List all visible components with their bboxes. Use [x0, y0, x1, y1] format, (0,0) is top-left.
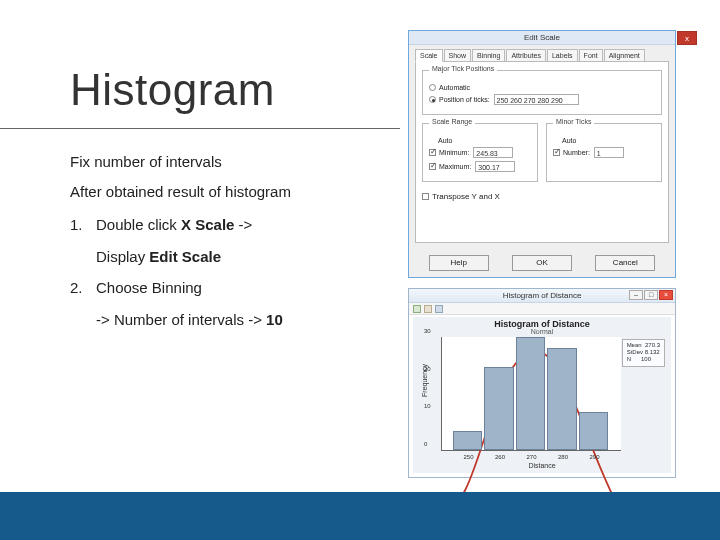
close-button[interactable]: ×	[659, 290, 673, 300]
range-auto-label-row: Auto	[429, 137, 531, 144]
histogram-bar	[516, 337, 546, 450]
histogram-bar	[579, 412, 609, 450]
minor-ticks-fieldset: Minor Ticks Auto Number: 1	[546, 123, 662, 182]
step-sub: Display Edit Scale	[96, 244, 410, 270]
step-content: Choose Binning	[96, 275, 410, 301]
minor-auto-label-row: Auto	[553, 137, 655, 144]
minor-number-checkbox[interactable]	[553, 149, 560, 156]
dialog-buttons: Help OK Cancel	[409, 255, 675, 271]
range-auto-label: Auto	[438, 137, 452, 144]
major-tick-legend: Major Tick Positions	[429, 65, 497, 72]
maximize-button[interactable]: □	[644, 290, 658, 300]
body-text: Fix number of intervals After obtained r…	[70, 145, 410, 332]
scale-range-legend: Scale Range	[429, 118, 475, 125]
intro-line-2: After obtained result of histogram	[70, 179, 410, 205]
x-tick-label: 270	[526, 454, 536, 460]
step-text: Choose Binning	[96, 279, 202, 296]
major-tick-fieldset: Major Tick Positions Automatic Position …	[422, 70, 662, 115]
plot: 0102030250260270280290	[441, 337, 621, 451]
cancel-button[interactable]: Cancel	[595, 255, 655, 271]
stat-n-label: N	[627, 356, 631, 362]
tab-scale[interactable]: Scale	[415, 49, 443, 62]
minimize-button[interactable]: –	[629, 290, 643, 300]
minimum-input[interactable]: 245.83	[473, 147, 513, 158]
stat-stdev-label: StDev	[627, 349, 643, 355]
toolbar-icon[interactable]	[424, 305, 432, 313]
footer-bar	[0, 492, 720, 540]
maximum-input[interactable]: 300.17	[475, 161, 515, 172]
minor-ticks-legend: Minor Ticks	[553, 118, 594, 125]
position-input[interactable]: 250 260 270 280 290	[494, 94, 579, 105]
stat-n-value: 100	[641, 356, 651, 362]
step-number: 1.	[70, 212, 96, 238]
stat-mean-value: 270.3	[645, 342, 660, 348]
y-tick-label: 20	[424, 366, 431, 372]
minor-number-label: Number:	[563, 149, 590, 156]
x-tick-label: 290	[589, 454, 599, 460]
toolbar-icon[interactable]	[413, 305, 421, 313]
step-sub-text: Display	[96, 248, 145, 265]
toolbar-icon[interactable]	[435, 305, 443, 313]
histogram-toolbar	[409, 303, 675, 315]
step-bold: X Scale	[181, 216, 234, 233]
stat-stdev-value: 8.132	[645, 349, 660, 355]
scale-range-fieldset: Scale Range Auto Minimum: 245.83 Maximum…	[422, 123, 538, 182]
edit-scale-dialog: Edit Scale x Scale Show Binning Attribut…	[408, 30, 676, 278]
minimum-label: Minimum:	[439, 149, 469, 156]
histogram-window-title: Histogram of Distance	[503, 291, 582, 300]
y-tick-label: 0	[424, 441, 427, 447]
title-rule	[0, 128, 400, 129]
dialog-titlebar: Edit Scale	[409, 31, 675, 45]
step-sub-bold: 10	[266, 311, 283, 328]
x-tick-label: 280	[558, 454, 568, 460]
page-title: Histogram	[70, 65, 275, 115]
radio-icon	[429, 84, 436, 91]
transpose-row[interactable]: Transpose Y and X	[422, 192, 662, 201]
radio-position-row[interactable]: Position of ticks: 250 260 270 280 290	[429, 94, 655, 105]
radio-position-label: Position of ticks:	[439, 96, 490, 103]
ok-button[interactable]: OK	[512, 255, 572, 271]
dialog-title: Edit Scale	[524, 33, 560, 42]
histogram-bar	[484, 367, 514, 450]
help-button[interactable]: Help	[429, 255, 489, 271]
intro-line-1: Fix number of intervals	[70, 149, 410, 175]
chart-area: Histogram of Distance Normal Mean 270.3 …	[413, 317, 671, 473]
histogram-window: Histogram of Distance – □ × Histogram of…	[408, 288, 676, 478]
step-row: 2. Choose Binning	[70, 275, 410, 301]
radio-automatic-row[interactable]: Automatic	[429, 84, 655, 91]
step-sub-bold: Edit Scale	[149, 248, 221, 265]
histogram-titlebar: Histogram of Distance – □ ×	[409, 289, 675, 303]
step-row: 1. Double click X Scale ->	[70, 212, 410, 238]
x-axis-title: Distance	[413, 462, 671, 469]
minor-number-input[interactable]: 1	[594, 147, 624, 158]
chart-subtitle: Normal	[413, 328, 671, 335]
y-tick-label: 10	[424, 403, 431, 409]
x-tick-label: 260	[495, 454, 505, 460]
maximum-label: Maximum:	[439, 163, 471, 170]
step-text: Double click	[96, 216, 177, 233]
step-sub: -> Number of intervals -> 10	[96, 307, 410, 333]
step-content: Double click X Scale ->	[96, 212, 410, 238]
step-number: 2.	[70, 275, 96, 301]
step-sub-text: -> Number of intervals ->	[96, 311, 262, 328]
transpose-checkbox[interactable]	[422, 193, 429, 200]
step-arrow: ->	[239, 216, 253, 233]
minor-auto-label: Auto	[562, 137, 576, 144]
histogram-bar	[547, 348, 577, 450]
x-tick-label: 250	[463, 454, 473, 460]
y-tick-label: 30	[424, 328, 431, 334]
maximum-row: Maximum: 300.17	[429, 161, 531, 172]
histogram-bar	[453, 431, 483, 450]
minor-number-row: Number: 1	[553, 147, 655, 158]
close-button[interactable]: x	[677, 31, 697, 45]
stat-mean-label: Mean	[627, 342, 642, 348]
minimum-row: Minimum: 245.83	[429, 147, 531, 158]
transpose-label: Transpose Y and X	[432, 192, 500, 201]
stats-box: Mean 270.3 StDev 8.132 N 100	[622, 339, 665, 367]
maximum-checkbox[interactable]	[429, 163, 436, 170]
dialog-panel: Major Tick Positions Automatic Position …	[415, 61, 669, 243]
radio-automatic-label: Automatic	[439, 84, 470, 91]
radio-icon	[429, 96, 436, 103]
minimum-checkbox[interactable]	[429, 149, 436, 156]
